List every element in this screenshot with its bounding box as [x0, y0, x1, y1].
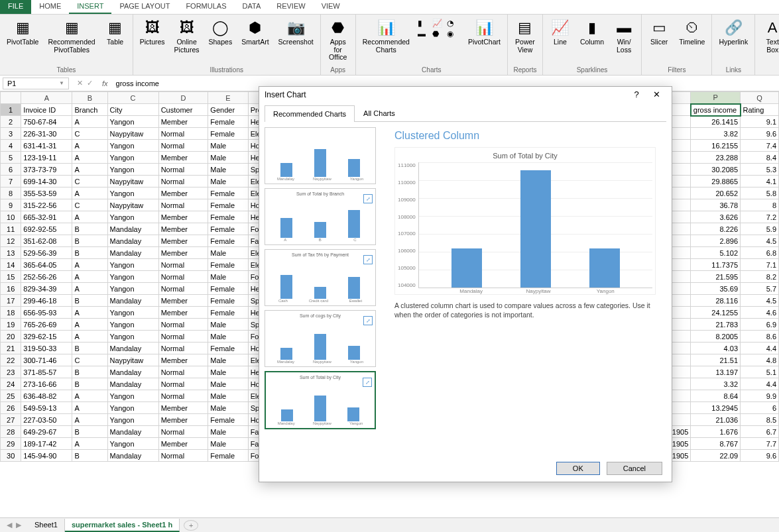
chart-thumbnails[interactable]: MandalayNaypyitawYangon⤢Sum of Total by … — [265, 127, 379, 450]
cell[interactable]: Yangon — [107, 319, 158, 331]
cell[interactable]: 4.03 — [691, 343, 741, 354]
col-header[interactable]: D — [158, 92, 208, 104]
cell[interactable]: Mandalay — [107, 295, 158, 307]
row-header[interactable]: 24 — [1, 378, 21, 390]
cell[interactable]: 351-62-08 — [21, 235, 72, 247]
cell[interactable]: Naypyitaw — [107, 354, 158, 366]
ribbon-online-pictures[interactable]: 🖼Online Pictures — [170, 16, 204, 55]
cell[interactable]: 4.4 — [741, 343, 779, 354]
cell[interactable]: Normal — [158, 343, 208, 354]
cell[interactable]: 5.3 — [741, 164, 779, 176]
cell[interactable]: Member — [158, 223, 208, 235]
cell[interactable]: Female — [208, 128, 248, 140]
cell[interactable]: A — [72, 331, 107, 343]
cell[interactable]: B — [72, 366, 107, 378]
cell[interactable]: B — [72, 426, 107, 438]
ribbon-smartart[interactable]: ⬢SmartArt — [237, 16, 272, 48]
cell[interactable]: A — [72, 259, 107, 271]
cell[interactable]: 4.4 — [741, 378, 779, 390]
cell[interactable]: A — [72, 116, 107, 128]
ribbon-shapes[interactable]: ◯Shapes — [205, 16, 237, 48]
cell[interactable]: 16.2155 — [691, 140, 741, 152]
help-icon[interactable]: ? — [627, 89, 646, 99]
cell[interactable]: Member — [158, 402, 208, 414]
dialog-tab-recommended-charts[interactable]: Recommended Charts — [265, 105, 355, 122]
cell[interactable]: 29.8865 — [691, 176, 741, 187]
cell[interactable]: Normal — [158, 450, 208, 462]
col-header[interactable]: P — [691, 92, 741, 104]
cell[interactable]: 371-85-57 — [21, 366, 72, 378]
ribbon-power-view[interactable]: ▤Power View — [510, 16, 540, 55]
expand-icon[interactable]: ⤢ — [363, 316, 373, 325]
cell[interactable]: 299-46-18 — [21, 295, 72, 307]
cell[interactable]: Female — [208, 450, 248, 462]
cell[interactable]: Yangon — [107, 307, 158, 319]
cell[interactable]: 145-94-90 — [21, 450, 72, 462]
cell[interactable]: Naypyitaw — [107, 128, 158, 140]
row-header[interactable]: 4 — [1, 140, 21, 152]
cell[interactable]: Normal — [158, 259, 208, 271]
cell[interactable]: 3.626 — [691, 211, 741, 223]
cell[interactable]: B — [72, 450, 107, 462]
cell[interactable]: 8.5 — [741, 414, 779, 426]
cell[interactable]: Male — [208, 378, 248, 390]
cell[interactable]: Male — [208, 426, 248, 438]
expand-icon[interactable]: ⤢ — [363, 255, 373, 264]
row-header[interactable]: 14 — [1, 259, 21, 271]
cell[interactable]: 315-22-56 — [21, 199, 72, 211]
cell[interactable]: Yangon — [107, 390, 158, 402]
cell[interactable]: Female — [208, 259, 248, 271]
row-header[interactable]: 29 — [1, 438, 21, 450]
cell[interactable]: 226-31-30 — [21, 128, 72, 140]
cell[interactable]: Member — [158, 247, 208, 259]
cell[interactable]: Normal — [158, 331, 208, 343]
cell[interactable]: 8.226 — [691, 223, 741, 235]
cell[interactable]: 665-32-91 — [21, 211, 72, 223]
select-all-corner[interactable] — [1, 92, 21, 104]
cell[interactable]: City — [107, 104, 158, 116]
cell[interactable]: Female — [208, 307, 248, 319]
row-header[interactable]: 3 — [1, 128, 21, 140]
cell[interactable]: Mandalay — [107, 426, 158, 438]
cell[interactable]: A — [72, 319, 107, 331]
cell[interactable]: Male — [208, 247, 248, 259]
chart-thumbnail[interactable]: MandalayNaypyitawYangon — [265, 127, 376, 184]
row-header[interactable]: 13 — [1, 247, 21, 259]
cell[interactable]: 9.6 — [741, 128, 779, 140]
cell[interactable]: 365-64-05 — [21, 259, 72, 271]
cell[interactable]: Mandalay — [107, 247, 158, 259]
cell[interactable]: Normal — [158, 164, 208, 176]
chart-type-icon[interactable]: ◉ — [447, 29, 460, 38]
cell[interactable]: 7.7 — [741, 438, 779, 450]
cell[interactable]: Female — [208, 283, 248, 295]
cell[interactable]: Female — [208, 223, 248, 235]
cell[interactable]: 355-53-59 — [21, 187, 72, 199]
cancel-icon[interactable]: ✕ — [77, 79, 83, 87]
cell[interactable]: 21.51 — [691, 354, 741, 366]
cell[interactable]: 227-03-50 — [21, 414, 72, 426]
cell[interactable]: 6.8 — [741, 247, 779, 259]
cell[interactable]: Male — [208, 402, 248, 414]
cell[interactable]: 7.4 — [741, 140, 779, 152]
chart-thumbnail[interactable]: ⤢Sum of cogs by CityMandalayNaypyitawYan… — [265, 310, 376, 367]
cell[interactable]: C — [72, 199, 107, 211]
cell[interactable]: Mandalay — [107, 235, 158, 247]
cell[interactable]: 3.82 — [691, 128, 741, 140]
cell[interactable]: A — [72, 438, 107, 450]
cell[interactable]: Member — [158, 354, 208, 366]
cell[interactable]: Male — [208, 438, 248, 450]
cell[interactable]: A — [72, 271, 107, 283]
cell[interactable]: A — [72, 307, 107, 319]
cell[interactable]: 549-59-13 — [21, 402, 72, 414]
ribbon-pictures[interactable]: 🖼Pictures — [136, 16, 169, 48]
cell[interactable]: 123-19-11 — [21, 152, 72, 164]
row-header[interactable]: 23 — [1, 366, 21, 378]
ribbon-tab-home[interactable]: HOME — [31, 0, 69, 14]
cell[interactable]: 11.7375 — [691, 259, 741, 271]
cell[interactable]: 35.69 — [691, 283, 741, 295]
cell[interactable]: Female — [208, 187, 248, 199]
row-header[interactable]: 21 — [1, 343, 21, 354]
chart-thumbnail[interactable]: ⤢Sum of Total by CityMandalayNaypyitawYa… — [265, 371, 376, 429]
row-header[interactable]: 19 — [1, 319, 21, 331]
cell[interactable]: 4.5 — [741, 295, 779, 307]
